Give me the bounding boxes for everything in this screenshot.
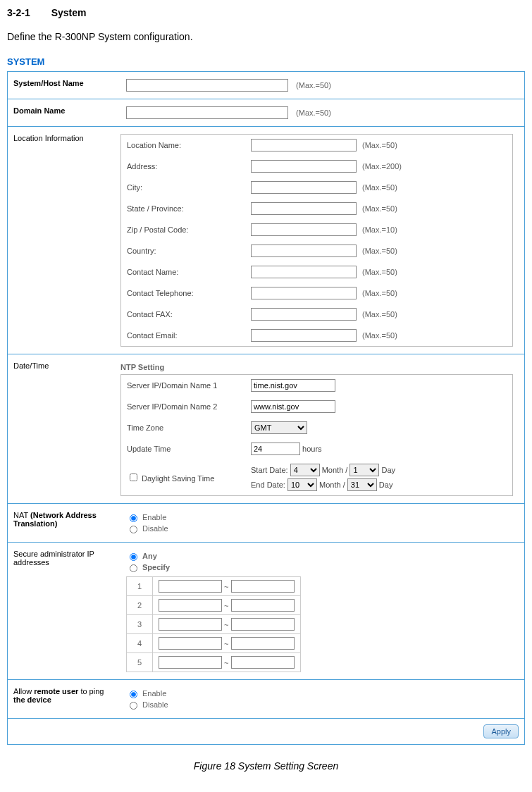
table-row: Country:(Max.=50) [121,240,512,261]
nat-content: Enable Disable [120,504,524,542]
contact-fax-input[interactable] [251,308,357,321]
ping-enable-radio[interactable] [130,691,137,698]
loc-label: Zip / Postal Code: [121,219,245,240]
ping-enable-label: Enable [142,689,166,698]
figure-caption: Figure 18 System Setting Screen [7,760,525,772]
datetime-label: Date/Time [8,354,120,503]
ip5-to[interactable] [231,656,295,669]
secure-any-radio[interactable] [130,553,137,561]
ip2-from[interactable] [159,599,222,612]
ping-disable-label: Disable [142,700,168,709]
table-row: Zip / Postal Code:(Max.=10) [121,219,512,240]
hostname-input[interactable] [126,79,288,92]
hostname-label: System/Host Name [8,72,120,99]
ntp-server1-label: Server IP/Domain Name 1 [121,375,245,396]
tilde: ~ [224,621,228,629]
ip5-from[interactable] [159,656,222,669]
ip1-to[interactable] [231,580,295,593]
ip3-from[interactable] [159,618,222,631]
ip4-to[interactable] [231,637,295,650]
ping-w3: to ping [78,687,104,695]
city-input[interactable] [251,181,357,194]
loc-label: Contact Email: [121,325,245,346]
dst-label: Daylight Saving Time [142,474,214,483]
state-input[interactable] [251,202,357,215]
ntp-inner-panel: Server IP/Domain Name 1 Server IP/Domain… [120,374,513,496]
end-day-select[interactable]: 31 [347,478,377,491]
tz-label: Time Zone [121,417,245,438]
ip4-from[interactable] [159,637,222,650]
contact-email-input[interactable] [251,329,357,342]
datetime-content: NTP Setting Server IP/Domain Name 1 Serv… [120,354,524,503]
apply-button[interactable]: Apply [483,724,519,738]
zip-input[interactable] [251,223,357,236]
ip2-to[interactable] [231,599,295,612]
row-nat: NAT (Network Address Translation) Enable… [8,504,524,543]
update-label: Update Time [121,438,245,459]
location-name-input[interactable] [251,139,357,151]
ntp-title: NTP Setting [120,363,519,371]
ip1-from[interactable] [159,580,222,593]
loc-hint: (Max.=50) [362,183,397,192]
contact-name-input[interactable] [251,266,357,278]
system-config-panel: System/Host Name (Max.=50) Domain Name (… [7,71,525,745]
secure-specify-radio[interactable] [130,564,137,572]
ping-w2: remote user [34,687,78,695]
location-section-label: Location Information [8,127,120,354]
row-hostname: System/Host Name (Max.=50) [8,72,524,99]
tilde: ~ [224,602,228,610]
tilde: ~ [224,640,228,648]
table-row: Update Time hours [121,438,512,459]
start-date-label: Start Date: [251,466,288,474]
ntp-server2-input[interactable] [251,400,335,413]
ping-disable-radio[interactable] [130,702,137,710]
ntp-server1-input[interactable] [251,379,335,392]
timezone-select[interactable]: GMT [251,421,307,434]
loc-hint: (Max.=50) [362,141,397,149]
row-secure-ip: Secure administrator IP addresses Any Sp… [8,543,524,680]
end-date-label: End Date: [251,481,285,489]
loc-label: Country: [121,240,245,261]
dst-checkbox[interactable] [130,474,137,481]
loc-hint: (Max.=50) [362,331,397,340]
ip3-to[interactable] [231,618,295,631]
secure-any-label: Any [142,552,157,560]
end-month-select[interactable]: 10 [287,478,317,491]
loc-hint: (Max.=50) [362,247,397,255]
domain-content: (Max.=50) [120,99,524,126]
domain-hint: (Max.=50) [296,109,331,117]
secure-ip-content: Any Specify 1 ~ 2 ~ 3 ~ 4 ~ 5 ~ [120,543,524,679]
loc-label: Contact FAX: [121,304,245,325]
update-unit: hours [302,445,322,453]
nat-enable-radio[interactable] [130,514,137,522]
location-content: Location Name:(Max.=50) Address:(Max.=20… [120,127,524,354]
loc-label: Address: [121,156,245,177]
update-time-input[interactable] [251,443,300,455]
hostname-hint: (Max.=50) [296,81,331,89]
start-day-select[interactable]: 1 [349,464,379,476]
table-row: City:(Max.=50) [121,177,512,198]
table-row: 1 ~ [127,577,301,596]
nat-enable-label: Enable [142,513,166,521]
table-row: Location Name:(Max.=50) [121,135,512,156]
table-row: Time Zone GMT [121,417,512,438]
row-location: Location Information Location Name:(Max.… [8,127,524,354]
secure-specify-label: Specify [142,563,170,571]
loc-hint: (Max.=50) [362,204,397,213]
table-row: 5 ~ [127,653,301,672]
section-number: 3-2-1 [7,7,30,18]
table-row: Contact Email:(Max.=50) [121,325,512,346]
hostname-content: (Max.=50) [120,72,524,99]
table-row: 3 ~ [127,615,301,634]
address-input[interactable] [251,160,357,173]
table-row: State / Province:(Max.=50) [121,198,512,219]
contact-tel-input[interactable] [251,287,357,299]
loc-label: State / Province: [121,198,245,219]
domain-input[interactable] [126,106,288,119]
row-domain: Domain Name (Max.=50) [8,99,524,127]
nat-disable-radio[interactable] [130,526,137,533]
table-row: Contact FAX:(Max.=50) [121,304,512,325]
start-month-select[interactable]: 4 [290,464,320,476]
country-input[interactable] [251,245,357,257]
row-ping: Allow remote user to ping the device Ena… [8,680,524,719]
